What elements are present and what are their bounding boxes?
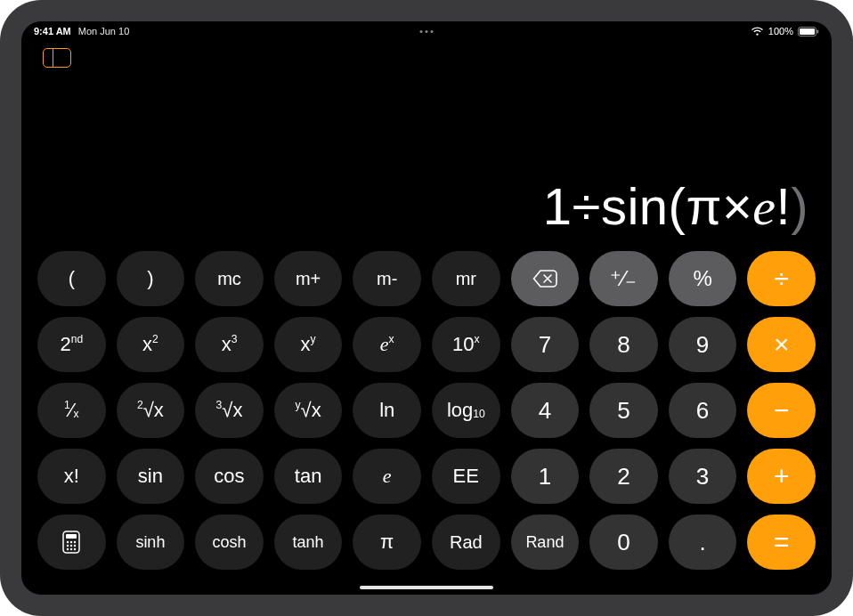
y-root-button[interactable]: y√x [274,383,343,438]
home-indicator[interactable] [360,586,493,589]
svg-point-13 [74,548,76,550]
status-time: 9:41 AM [34,26,71,36]
digit-4-button[interactable]: 4 [511,383,580,438]
mode-toggle-button[interactable] [37,515,106,570]
rand-button[interactable]: Rand [511,515,580,570]
tanh-button[interactable]: tanh [274,515,343,570]
square-root-button[interactable]: 2√x [117,383,185,438]
divide-button[interactable]: ÷ [747,251,816,306]
svg-point-5 [67,541,69,543]
memory-add-button[interactable]: m+ [274,251,343,306]
svg-point-10 [74,545,76,547]
plus-minus-button[interactable]: ⁺∕₋ [589,251,658,306]
rad-button[interactable]: Rad [432,515,500,570]
cube-root-button[interactable]: 3√x [195,383,264,438]
battery-percent: 100% [768,26,793,36]
device-frame: 9:41 AM Mon Jun 10 100% 1÷sin(π×e!) [0,0,853,616]
log10-button[interactable]: log10 [432,383,500,438]
cosh-button[interactable]: cosh [195,515,264,570]
e-constant-button[interactable]: e [353,449,421,504]
backspace-icon [532,270,557,288]
right-paren-button[interactable]: ) [117,251,185,306]
second-function-button[interactable]: 2nd [37,317,106,372]
multiply-button[interactable]: × [747,317,816,372]
ten-power-x-button[interactable]: 10x [432,317,500,372]
x-cubed-button[interactable]: x3 [195,317,264,372]
digit-0-button[interactable]: 0 [589,515,658,570]
digit-5-button[interactable]: 5 [589,383,658,438]
digit-2-button[interactable]: 2 [589,449,658,504]
svg-point-9 [70,545,72,547]
layout-toggle-button[interactable] [43,48,71,68]
svg-point-6 [70,541,72,543]
expression-display: 1÷sin(π×e!) [543,176,808,237]
display-area[interactable]: 1÷sin(π×e!) [21,39,832,246]
digit-7-button[interactable]: 7 [511,317,580,372]
svg-point-7 [74,541,76,543]
sin-button[interactable]: sin [117,449,185,504]
svg-rect-1 [800,28,815,35]
memory-clear-button[interactable]: mc [195,251,264,306]
left-paren-button[interactable]: ( [37,251,106,306]
keypad: ( ) mc m+ m- mr ⁺∕₋ % ÷ 2nd x2 x3 xy ex … [21,246,832,595]
digit-6-button[interactable]: 6 [669,383,737,438]
status-bar: 9:41 AM Mon Jun 10 100% [21,21,832,39]
decimal-button[interactable]: . [669,515,737,570]
e-power-x-button[interactable]: ex [353,317,421,372]
status-date: Mon Jun 10 [78,26,129,36]
multitask-dots[interactable] [420,30,434,33]
pi-button[interactable]: π [353,515,421,570]
factorial-button[interactable]: x! [37,449,106,504]
subtract-button[interactable]: − [747,383,816,438]
x-power-y-button[interactable]: xy [274,317,343,372]
svg-rect-4 [66,534,77,539]
digit-1-button[interactable]: 1 [511,449,580,504]
percent-button[interactable]: % [669,251,737,306]
calculator-mode-icon [62,531,80,554]
digit-3-button[interactable]: 3 [669,449,737,504]
svg-rect-2 [817,29,819,33]
ln-button[interactable]: ln [353,383,421,438]
x-squared-button[interactable]: x2 [117,317,185,372]
memory-recall-button[interactable]: mr [432,251,500,306]
svg-point-12 [70,548,72,550]
reciprocal-button[interactable]: 1∕x [37,383,106,438]
equals-button[interactable]: = [747,515,816,570]
digit-9-button[interactable]: 9 [669,317,737,372]
ee-button[interactable]: EE [432,449,500,504]
battery-icon [798,27,819,36]
digit-8-button[interactable]: 8 [589,317,658,372]
add-button[interactable]: + [747,449,816,504]
backspace-button[interactable] [511,251,580,306]
wifi-icon [751,27,764,36]
memory-subtract-button[interactable]: m- [353,251,421,306]
sinh-button[interactable]: sinh [117,515,185,570]
svg-point-11 [67,548,69,550]
svg-point-8 [67,545,69,547]
screen: 9:41 AM Mon Jun 10 100% 1÷sin(π×e!) [21,21,832,595]
cos-button[interactable]: cos [195,449,264,504]
tan-button[interactable]: tan [274,449,343,504]
